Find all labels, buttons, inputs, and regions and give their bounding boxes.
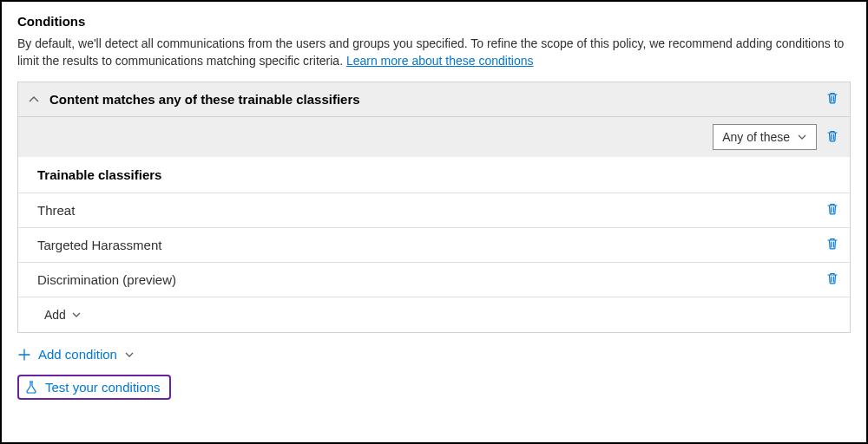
flask-icon	[24, 380, 38, 394]
chevron-down-icon	[124, 349, 135, 360]
section-description: By default, we'll detect all communicati…	[17, 36, 851, 69]
chevron-down-icon	[71, 310, 82, 320]
chevron-up-icon	[27, 93, 41, 107]
list-item: Targeted Harassment	[18, 228, 850, 263]
add-condition-label: Add condition	[38, 347, 117, 362]
trash-icon	[825, 129, 839, 143]
trash-icon	[825, 91, 839, 105]
classifier-label: Threat	[37, 203, 825, 218]
trash-icon	[825, 237, 839, 251]
delete-condition-button[interactable]	[825, 91, 839, 108]
delete-group-button[interactable]	[825, 129, 839, 146]
match-mode-dropdown[interactable]: Any of these	[713, 124, 817, 150]
list-item: Threat	[18, 193, 850, 228]
condition-subbar: Any of these	[18, 117, 850, 157]
classifier-label: Discrimination (preview)	[37, 272, 825, 287]
condition-title: Content matches any of these trainable c…	[49, 92, 825, 107]
policy-actions: Add condition Test your conditions	[17, 333, 851, 400]
trash-icon	[825, 271, 839, 285]
list-item: Discrimination (preview)	[18, 263, 850, 297]
condition-block: Content matches any of these trainable c…	[17, 82, 851, 333]
trash-icon	[825, 202, 839, 216]
test-conditions-label: Test your conditions	[45, 380, 161, 395]
classifiers-heading: Trainable classifiers	[18, 157, 850, 193]
learn-more-link[interactable]: Learn more about these conditions	[346, 54, 534, 68]
test-conditions-button[interactable]: Test your conditions	[17, 375, 171, 400]
add-classifier-label: Add	[44, 308, 66, 322]
classifier-list: Trainable classifiers Threat Targeted Ha…	[18, 157, 850, 332]
section-title: Conditions	[17, 14, 851, 29]
delete-classifier-button[interactable]	[825, 271, 839, 288]
delete-classifier-button[interactable]	[825, 202, 839, 219]
add-classifier-button[interactable]: Add	[18, 297, 850, 332]
condition-header[interactable]: Content matches any of these trainable c…	[18, 82, 850, 117]
delete-classifier-button[interactable]	[825, 237, 839, 253]
match-mode-label: Any of these	[722, 130, 790, 144]
classifier-label: Targeted Harassment	[37, 238, 825, 252]
plus-icon	[17, 348, 31, 362]
add-condition-button[interactable]: Add condition	[17, 347, 135, 362]
chevron-down-icon	[797, 132, 807, 142]
